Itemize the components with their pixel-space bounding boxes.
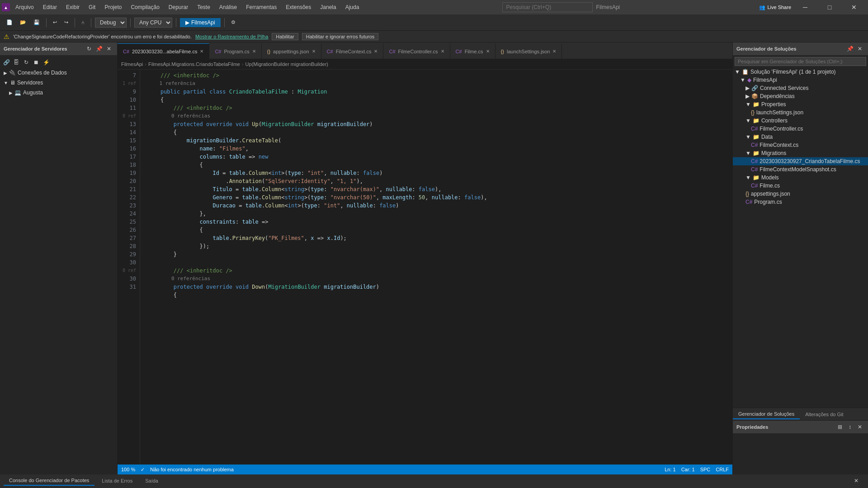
solution-search-input[interactable] (735, 57, 866, 66)
tab-program[interactable]: C# Program.cs ✕ (209, 43, 261, 59)
dependencies-item[interactable]: ▶ 📦 Dependências (733, 92, 868, 100)
migrations-folder[interactable]: ▼ 📁 Migrations (733, 149, 868, 157)
panel-close-button[interactable]: ✕ (104, 44, 113, 53)
filter-button[interactable]: ⚡ (42, 58, 51, 67)
git-changes-tab[interactable]: Alterações do Git (800, 410, 849, 419)
menu-ferramentas[interactable]: Ferramentas (242, 2, 280, 12)
program-item[interactable]: C# Program.cs (733, 198, 868, 206)
solution-search-wrapper (733, 55, 868, 68)
breadcrumb-filmesapi[interactable]: FilmesApi (121, 61, 143, 67)
tab-migration-file[interactable]: C# 20230303230...abelaFilme.cs ✕ (118, 43, 209, 59)
properties-grid-btn[interactable]: ⊞ (835, 422, 844, 432)
title-bar-left: ▲ Arquivo Editar Exibir Git Projeto Comp… (0, 2, 363, 12)
tab-filme[interactable]: C# Filme.cs ✕ (450, 43, 495, 59)
servers-item[interactable]: ▼ 🖥 Servidores (0, 78, 117, 88)
tab-close-5[interactable]: ✕ (441, 49, 444, 54)
controllers-folder[interactable]: ▼ 📁 Controllers (733, 117, 868, 125)
properties-sort-btn[interactable]: ↕ (845, 422, 854, 432)
filme-context-item[interactable]: C# FilmeContext.cs (733, 141, 868, 149)
properties-close-btn[interactable]: ✕ (855, 422, 864, 432)
enable-button[interactable]: Habilitar (272, 33, 298, 40)
augusta-item[interactable]: ▶ 💻 Augusta (0, 88, 117, 98)
save-button[interactable]: 💾 (31, 19, 42, 26)
minimize-button[interactable]: ─ (795, 0, 816, 14)
menu-arquivo[interactable]: Arquivo (12, 2, 38, 12)
bottom-panel-close-btn[interactable]: ✕ (852, 476, 861, 485)
tab-filme-label: Filme.cs (465, 49, 483, 54)
server-refresh-button[interactable]: ↻ (22, 58, 31, 67)
tab-close-1[interactable]: ✕ (200, 49, 203, 54)
menu-extensoes[interactable]: Extensões (282, 2, 315, 12)
tab-close-3[interactable]: ✕ (312, 49, 316, 54)
solution-explorer-header: Gerenciador de Soluções 📌 ✕ (733, 42, 868, 55)
data-folder[interactable]: ▼ 📁 Data (733, 133, 868, 141)
tab-filmecontext[interactable]: C# FilmeContext.cs ✕ (321, 43, 384, 59)
info-link[interactable]: Mostrar o Rastreamento de Pilha (195, 34, 268, 39)
tab-appsettings[interactable]: {} appsettings.json ✕ (262, 43, 321, 59)
dependencies-icon: 📦 (751, 93, 758, 99)
db-connect-button[interactable]: 🗄 (12, 58, 21, 67)
solution-explorer-close[interactable]: ✕ (855, 44, 864, 53)
code-content[interactable]: /// <inheritdoc /> 1 referência public p… (140, 70, 732, 465)
tab-filmecontroller[interactable]: C# FilmeController.cs ✕ (383, 43, 450, 59)
data-connections-item[interactable]: ▶ 🔌 Conexões de Dados (0, 68, 117, 78)
filme-controller-item[interactable]: C# FilmeController.cs (733, 125, 868, 133)
connected-services-item[interactable]: ▶ 🔗 Connected Services (733, 84, 868, 92)
appsettings-item[interactable]: {} appsettings.json (733, 190, 868, 198)
global-search-input[interactable] (502, 2, 593, 12)
connect-button[interactable]: 🔗 (2, 58, 11, 67)
breadcrumb-method[interactable]: Up(MigrationBuilder migrationBuilder) (245, 61, 328, 67)
solution-explorer-pin[interactable]: 📌 (845, 44, 854, 53)
menu-compilacao[interactable]: Compilação (127, 2, 163, 12)
stop-button[interactable]: ⏹ (32, 58, 41, 67)
menu-ajuda[interactable]: Ajuda (342, 2, 363, 12)
line-num-9: 9 (121, 88, 136, 96)
tab-close-2[interactable]: ✕ (252, 49, 256, 54)
tab-close-4[interactable]: ✕ (374, 49, 377, 54)
tab-filmecontroller-label: FilmeController.cs (398, 49, 438, 54)
solution-explorer-tab[interactable]: Gerenciador de Soluções (733, 409, 800, 419)
git-button[interactable]: ⑃ (79, 19, 87, 26)
snapshot-item[interactable]: C# FilmeContextModelSnapshot.cs (733, 165, 868, 174)
attach-button[interactable]: ⚙ (228, 19, 238, 26)
menu-teste[interactable]: Teste (193, 2, 214, 12)
solution-root[interactable]: ▼ 📋 Solução 'FilmesApi' (1 de 1 projeto) (733, 68, 868, 76)
menu-janela[interactable]: Janela (316, 2, 340, 12)
line-num-25: 25 (121, 218, 136, 226)
menu-projeto[interactable]: Projeto (101, 2, 125, 12)
new-file-button[interactable]: 📄 (4, 19, 15, 26)
close-button[interactable]: ✕ (844, 0, 864, 14)
maximize-button[interactable]: □ (819, 0, 840, 14)
tab-close-7[interactable]: ✕ (552, 49, 556, 54)
error-list-tab[interactable]: Lista de Erros (96, 476, 138, 485)
live-share-button[interactable]: 👥 Live Share (759, 5, 791, 10)
line-num-15: 15 (121, 136, 136, 145)
run-button[interactable]: ▶ FilmesApi (180, 18, 221, 27)
filmesapi-project[interactable]: ▼ ◆ FilmesApi (733, 76, 868, 84)
models-folder[interactable]: ▼ 📁 Models (733, 174, 868, 182)
migration-file-item[interactable]: C# 20230303230927_CriandoTabelaFilme.cs (733, 157, 868, 165)
debug-config-dropdown[interactable]: Debug (95, 18, 127, 28)
panel-pin-button[interactable]: 📌 (94, 44, 104, 53)
redo-button[interactable]: ↪ (61, 19, 71, 26)
filme-model-item[interactable]: C# Filme.cs (733, 182, 868, 190)
properties-folder[interactable]: ▼ 📁 Properties (733, 100, 868, 108)
output-tab[interactable]: Saída (140, 476, 164, 485)
undo-button[interactable]: ↩ (50, 19, 60, 26)
breadcrumb-class[interactable]: FilmesApi.Migrations.CriandoTabelaFilme (148, 61, 240, 67)
launch-settings-item[interactable]: {} launchSettings.json (733, 108, 868, 117)
open-file-button[interactable]: 📂 (17, 19, 29, 26)
menu-editar[interactable]: Editar (39, 2, 61, 12)
enable-ignore-button[interactable]: Habilitar e ignorar erros futuros (302, 33, 379, 40)
menu-git[interactable]: Git (85, 2, 99, 12)
tab-close-6[interactable]: ✕ (486, 49, 490, 54)
tab-launchsettings[interactable]: {} launchSettings.json ✕ (495, 43, 562, 59)
menu-analise[interactable]: Análise (216, 2, 241, 12)
refresh-button[interactable]: ↻ (85, 44, 94, 53)
menu-exibir[interactable]: Exibir (62, 2, 83, 12)
package-console-tab[interactable]: Console do Gerenciador de Pacotes (4, 476, 94, 486)
menu-depurar[interactable]: Depurar (165, 2, 192, 12)
cs-icon-3: C# (327, 49, 333, 54)
line-num-11: 11 (121, 104, 136, 112)
platform-dropdown[interactable]: Any CPU (134, 18, 172, 28)
